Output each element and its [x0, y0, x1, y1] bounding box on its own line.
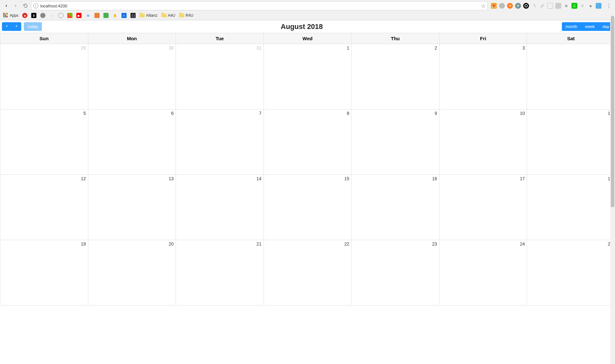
browser-nav-row: i localhost:4200 ☆ 🦊 ✕ ⚙ 〽 🖉 R ☰ ⚙ ◈ ⋮ [0, 0, 615, 12]
bookmark-item[interactable] [94, 13, 100, 18]
extension-icon[interactable]: 〽 [531, 3, 537, 9]
calendar-day-cell[interactable]: 20 [88, 240, 176, 305]
extension-icon[interactable] [499, 3, 505, 9]
calendar-day-cell[interactable]: 24 [439, 240, 527, 305]
bookmark-item[interactable]: ▶ [76, 13, 82, 18]
bookmark-star-icon[interactable]: ☆ [481, 3, 485, 9]
youtube-icon: ▶ [76, 13, 82, 18]
calendar-grid: Sun Mon Tue Wed Thu Fri Sat 293031123456… [0, 33, 615, 305]
extension-icon[interactable]: 🦊 [491, 3, 497, 9]
calendar-day-cell[interactable]: 7 [176, 109, 264, 175]
day-header: Fri [439, 33, 527, 44]
bookmark-item[interactable] [58, 13, 63, 18]
scrollbar-thumb[interactable] [611, 16, 614, 207]
calendar-day-cell[interactable]: 17 [439, 175, 527, 240]
extension-icon[interactable]: ◈ [588, 3, 593, 9]
apps-shortcut[interactable]: Apps [3, 13, 18, 18]
bookmark-item[interactable]: ✓ [121, 13, 127, 18]
bookmark-item[interactable]: ● [22, 13, 27, 18]
bookmark-item[interactable] [67, 13, 72, 18]
calendar-day-cell[interactable]: 19 [0, 240, 88, 305]
check-icon: ✓ [121, 13, 127, 18]
view-month-button[interactable]: month [562, 22, 581, 31]
bookmark-label: Allianz [146, 13, 157, 18]
forward-button[interactable] [12, 2, 20, 10]
extension-icon[interactable] [596, 3, 601, 9]
calendar-day-cell[interactable]: 15 [264, 175, 351, 240]
today-button[interactable]: today [24, 22, 42, 31]
calendar-day-cell[interactable]: 23 [351, 240, 439, 305]
back-button[interactable] [2, 2, 10, 10]
bookmark-item[interactable]: ✋ [112, 13, 118, 18]
extension-icon[interactable]: ✕ [507, 3, 513, 9]
calendar-week-row: 19202122232425 [0, 240, 615, 305]
day-header: Sat [527, 33, 615, 44]
calendar-day-cell[interactable]: 12 [0, 175, 88, 240]
calendar-day-cell[interactable]: 31 [176, 44, 264, 109]
address-bar[interactable]: i localhost:4200 ☆ [31, 1, 488, 10]
gear-icon: ⚙ [85, 13, 91, 18]
calendar-title: August 2018 [281, 23, 323, 31]
calendar-day-cell[interactable]: 5 [0, 109, 88, 175]
calendar-day-cell[interactable]: 14 [176, 175, 264, 240]
bookmark-item[interactable] [40, 13, 45, 18]
browser-chrome: i localhost:4200 ☆ 🦊 ✕ ⚙ 〽 🖉 R ☰ ⚙ ◈ ⋮ [0, 0, 615, 20]
folder-icon [179, 14, 184, 17]
apps-label: Apps [10, 13, 18, 18]
calendar-day-cell[interactable]: 16 [351, 175, 439, 240]
view-week-button[interactable]: week [581, 22, 599, 31]
bookmark-label: A4U [168, 13, 175, 18]
day-header-row: Sun Mon Tue Wed Thu Fri Sat [0, 33, 615, 44]
bookmark-item[interactable]: i [49, 13, 54, 18]
bookmark-icon: { } [130, 13, 136, 18]
site-info-icon[interactable]: i [33, 3, 38, 8]
bookmark-icon [58, 13, 63, 18]
calendar-day-cell[interactable]: 10 [439, 109, 527, 175]
next-button[interactable] [12, 22, 21, 31]
calendar-day-cell[interactable]: 8 [264, 109, 351, 175]
extension-icon[interactable]: ☰ [572, 3, 577, 9]
bookmark-folder[interactable]: R4U [179, 13, 193, 18]
url-text: localhost:4200 [40, 4, 479, 8]
bookmark-folder[interactable]: Allianz [139, 13, 157, 18]
calendar-day-cell[interactable]: 29 [0, 44, 88, 109]
calendar-day-cell[interactable]: 13 [88, 175, 176, 240]
bookmark-item[interactable]: ⬇ [31, 13, 36, 18]
calendar-day-cell[interactable]: 30 [88, 44, 176, 109]
folder-icon [161, 14, 167, 17]
extension-icon[interactable] [555, 3, 561, 9]
calendar-day-cell[interactable]: 18 [527, 175, 615, 240]
extension-icon[interactable]: ⚙ [580, 3, 585, 9]
calendar-day-cell[interactable]: 21 [176, 240, 264, 305]
day-header: Mon [88, 33, 176, 44]
prev-button[interactable] [2, 22, 12, 31]
bookmark-folder[interactable]: A4U [161, 13, 175, 18]
bookmark-label: R4U [186, 13, 193, 18]
reload-button[interactable] [21, 2, 30, 10]
calendar-day-cell[interactable]: 4 [527, 44, 615, 109]
extension-icon[interactable] [547, 3, 553, 9]
browser-menu-icon[interactable]: ⋮ [605, 3, 613, 9]
bookmark-item[interactable]: ⚙ [85, 13, 91, 18]
bookmarks-bar: Apps ● ⬇ i ▶ ⚙ ✋ ✓ { } Allianz A4U R4U [0, 12, 615, 20]
bookmark-icon: i [49, 13, 54, 18]
bookmark-item[interactable] [103, 13, 109, 18]
extension-icon[interactable]: R [563, 3, 569, 9]
extension-icon[interactable]: ⚙ [515, 3, 521, 9]
calendar-day-cell[interactable]: 2 [351, 44, 439, 109]
calendar-day-cell[interactable]: 9 [351, 109, 439, 175]
calendar-day-cell[interactable]: 6 [88, 109, 176, 175]
calendar-day-cell[interactable]: 1 [264, 44, 351, 109]
extension-icon[interactable] [523, 3, 529, 9]
bookmark-item[interactable]: { } [130, 13, 136, 18]
calendar-day-cell[interactable]: 22 [264, 240, 351, 305]
bookmark-icon [40, 13, 45, 18]
nav-button-group [2, 22, 21, 31]
calendar-day-cell[interactable]: 11 [527, 109, 615, 175]
calendar-day-cell[interactable]: 3 [439, 44, 527, 109]
bookmark-icon [103, 13, 109, 18]
apps-grid-icon [3, 13, 8, 18]
calendar-day-cell[interactable]: 25 [527, 240, 615, 305]
extension-icon[interactable]: 🖉 [539, 3, 545, 9]
vertical-scrollbar[interactable] [610, 16, 615, 305]
